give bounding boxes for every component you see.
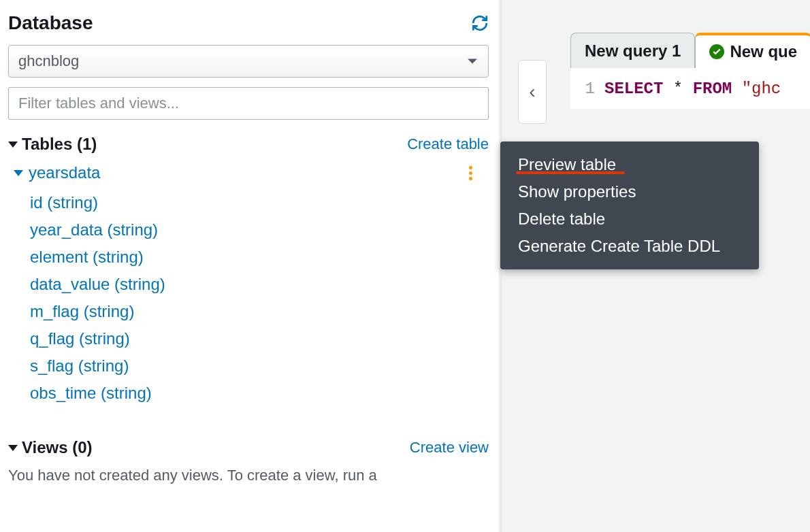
columns-list: id (string) year_data (string) element (… bbox=[8, 189, 489, 407]
views-section: Views (0) Create view You have not creat… bbox=[8, 438, 489, 484]
menu-delete-table[interactable]: Delete table bbox=[500, 205, 759, 233]
chevron-down-icon bbox=[468, 59, 477, 64]
column-item[interactable]: s_flag (string) bbox=[30, 352, 489, 380]
database-select[interactable]: ghcnblog bbox=[8, 45, 489, 78]
menu-show-properties[interactable]: Show properties bbox=[500, 178, 759, 205]
query-tabs: New query 1 New que bbox=[570, 33, 810, 68]
highlight-marker bbox=[516, 171, 625, 174]
column-item[interactable]: data_value (string) bbox=[30, 271, 489, 298]
tables-section-header: Tables (1) Create table bbox=[8, 135, 489, 154]
sidebar-header: Database bbox=[8, 12, 489, 34]
caret-down-icon bbox=[14, 170, 23, 176]
views-label[interactable]: Views (0) bbox=[8, 438, 93, 457]
database-select-value: ghcnblog bbox=[18, 52, 79, 70]
tables-label[interactable]: Tables (1) bbox=[8, 135, 97, 154]
collapse-sidebar-button[interactable]: ‹ bbox=[518, 60, 547, 124]
column-item[interactable]: id (string) bbox=[30, 189, 489, 216]
column-item[interactable]: q_flag (string) bbox=[30, 325, 489, 352]
table-item: yearsdata bbox=[8, 161, 489, 189]
views-empty-text: You have not created any views. To creat… bbox=[8, 467, 489, 484]
create-table-link[interactable]: Create table bbox=[407, 135, 489, 153]
column-item[interactable]: element (string) bbox=[30, 244, 489, 271]
caret-down-icon bbox=[8, 445, 18, 451]
table-name-toggle[interactable]: yearsdata bbox=[14, 163, 100, 182]
column-item[interactable]: year_data (string) bbox=[30, 216, 489, 244]
check-icon bbox=[709, 44, 724, 59]
tab-query2[interactable]: New que bbox=[695, 33, 810, 68]
filter-input[interactable] bbox=[8, 87, 489, 120]
column-item[interactable]: m_flag (string) bbox=[30, 298, 489, 325]
sql-editor[interactable]: 1 SELECT * FROM "ghc bbox=[570, 68, 810, 109]
database-title: Database bbox=[8, 12, 93, 34]
sql-text: SELECT * FROM "ghc bbox=[604, 80, 781, 98]
line-number: 1 bbox=[570, 80, 604, 98]
table-context-menu: Preview table Show properties Delete tab… bbox=[500, 142, 759, 269]
tab-query1[interactable]: New query 1 bbox=[570, 33, 695, 68]
refresh-icon[interactable] bbox=[471, 14, 489, 32]
sidebar: Database ghcnblog Tables (1) Create tabl… bbox=[0, 0, 497, 532]
column-item[interactable]: obs_time (string) bbox=[30, 380, 489, 407]
menu-generate-ddl[interactable]: Generate Create Table DDL bbox=[500, 233, 759, 260]
caret-down-icon bbox=[8, 142, 18, 148]
menu-preview-table[interactable]: Preview table bbox=[500, 151, 759, 178]
create-view-link[interactable]: Create view bbox=[410, 439, 489, 456]
table-menu-icon[interactable] bbox=[469, 166, 489, 180]
